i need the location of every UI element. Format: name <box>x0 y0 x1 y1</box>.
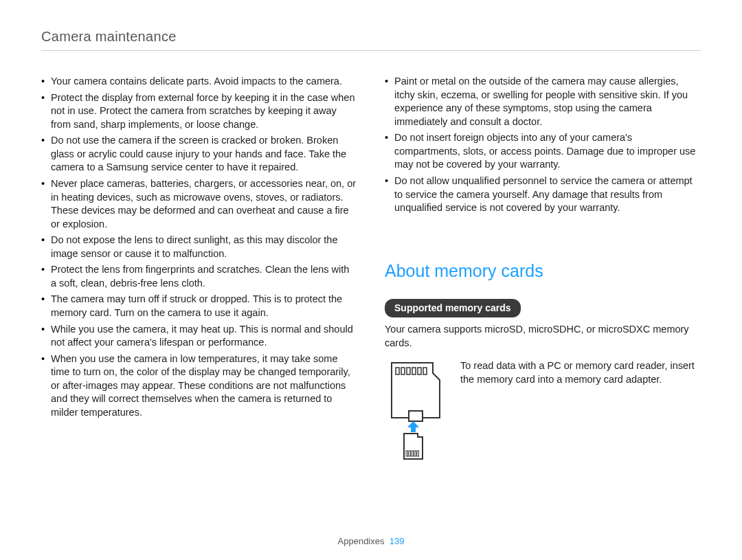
sd-card-icon <box>385 359 447 462</box>
svg-rect-4 <box>418 368 421 374</box>
header-rule <box>41 50 701 51</box>
svg-rect-7 <box>406 451 408 456</box>
list-item: Do not allow unqualified personnel to se… <box>385 175 701 215</box>
list-item: The camera may turn off if struck or dro… <box>41 293 357 320</box>
memory-adapter-text: To read data with a PC or memory card re… <box>460 359 701 386</box>
right-column: Paint or metal on the outside of the cam… <box>385 75 701 467</box>
page-header: Camera maintenance <box>41 27 701 46</box>
svg-rect-5 <box>423 368 427 374</box>
list-item: Do not expose the lens to direct sunligh… <box>41 234 357 260</box>
list-item: Paint or metal on the outside of the cam… <box>385 75 701 128</box>
list-item: Do not use the camera if the screen is c… <box>41 134 357 175</box>
svg-rect-10 <box>414 451 416 456</box>
list-item: When you use the camera in low temperatu… <box>41 352 357 420</box>
svg-rect-8 <box>409 451 411 456</box>
list-item: Protect the display from external force … <box>41 91 357 132</box>
svg-rect-2 <box>407 368 410 374</box>
memory-block: To read data with a PC or memory card re… <box>385 359 701 467</box>
svg-rect-0 <box>396 368 399 374</box>
page-footer: Appendixes 139 <box>0 535 742 548</box>
supported-cards-label: Supported memory cards <box>385 299 521 317</box>
svg-rect-6 <box>409 411 423 421</box>
left-column: Your camera contains delicate parts. Avo… <box>41 75 357 467</box>
svg-rect-1 <box>401 368 405 374</box>
left-bullets: Your camera contains delicate parts. Avo… <box>41 75 357 420</box>
list-item: While you use the camera, it may heat up… <box>41 323 357 350</box>
section-title: About memory cards <box>385 260 701 283</box>
list-item: Protect the lens from fingerprints and s… <box>41 263 357 290</box>
page-number: 139 <box>390 536 405 546</box>
list-item: Your camera contains delicate parts. Avo… <box>41 75 357 89</box>
right-bullets: Paint or metal on the outside of the cam… <box>385 75 701 215</box>
svg-rect-11 <box>417 451 419 456</box>
svg-rect-3 <box>412 368 416 374</box>
svg-rect-9 <box>412 451 414 456</box>
list-item: Do not insert foreign objects into any o… <box>385 131 701 172</box>
sd-adapter-illustration <box>385 359 447 467</box>
footer-label: Appendixes <box>338 536 385 546</box>
content-columns: Your camera contains delicate parts. Avo… <box>41 75 701 467</box>
memory-intro: Your camera supports microSD, microSDHC,… <box>385 323 701 350</box>
list-item: Never place cameras, batteries, chargers… <box>41 177 357 231</box>
